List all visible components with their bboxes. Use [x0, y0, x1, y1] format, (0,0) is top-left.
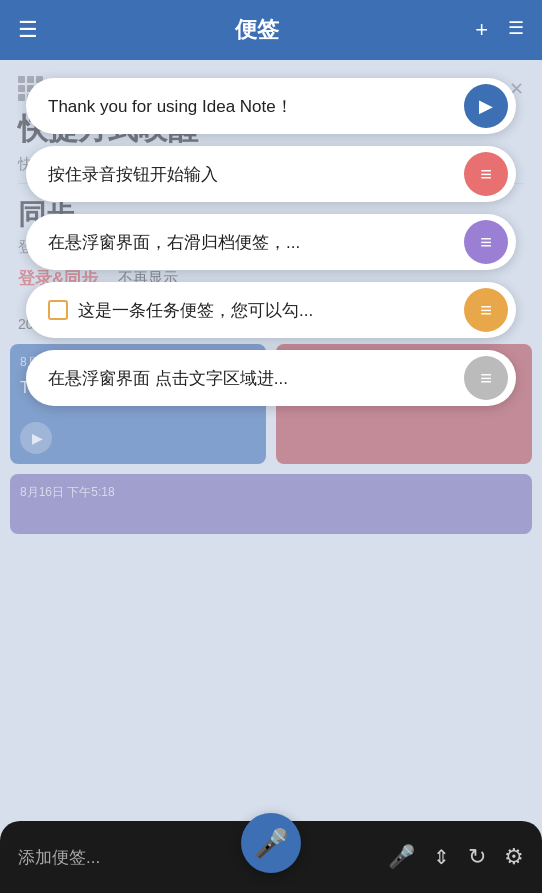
menu-icon: ≡: [480, 164, 492, 184]
refresh-icon[interactable]: ↻: [468, 844, 486, 870]
card-menu-button[interactable]: ≡: [464, 356, 508, 400]
card-text: 按住录音按钮开始输入: [48, 163, 456, 186]
mic-icon: 🎤: [254, 827, 289, 860]
card-text: Thank you for using Idea Note！: [48, 95, 456, 118]
card-menu-button[interactable]: ≡: [464, 152, 508, 196]
floating-mic-button[interactable]: 🎤: [241, 813, 301, 873]
overlay-cards: Thank you for using Idea Note！ ▶ 按住录音按钮开…: [0, 60, 542, 893]
note-card-5[interactable]: 在悬浮窗界面 点击文字区域进... ≡: [26, 350, 516, 406]
play-icon: ▶: [479, 97, 493, 115]
task-checkbox[interactable]: [48, 300, 68, 320]
card-text: 在悬浮窗界面，右滑归档便签，...: [48, 231, 456, 254]
card-play-button[interactable]: ▶: [464, 84, 508, 128]
add-icon[interactable]: +: [475, 17, 488, 43]
note-card-4[interactable]: 这是一条任务便签，您可以勾... ≡: [26, 282, 516, 338]
menu-icon: ≡: [480, 368, 492, 388]
updown-icon[interactable]: ⇕: [433, 845, 450, 869]
settings-icon[interactable]: ⚙: [504, 844, 524, 870]
mic-icon[interactable]: 🎤: [388, 844, 415, 870]
card-text: 在悬浮窗界面 点击文字区域进...: [48, 367, 456, 390]
app-header: ☰ 便签 + ☰: [0, 0, 542, 60]
main-content: 使用建议 ✕ 快捷方式唤醒 快捷方设... 同步 登陆后，可以将您的便签同步到云…: [0, 60, 542, 893]
menu-icon: ≡: [480, 300, 492, 320]
menu-icon[interactable]: ☰: [18, 17, 38, 43]
menu-icon: ≡: [480, 232, 492, 252]
card-text: 这是一条任务便签，您可以勾...: [78, 299, 456, 322]
card-menu-button[interactable]: ≡: [464, 288, 508, 332]
note-card-3[interactable]: 在悬浮窗界面，右滑归档便签，... ≡: [26, 214, 516, 270]
sort-icon[interactable]: ☰: [508, 17, 524, 43]
bottom-icons: 🎤 ⇕ ↻ ⚙: [388, 844, 524, 870]
app-title: 便签: [235, 15, 279, 45]
add-note-label[interactable]: 添加便签...: [18, 846, 388, 869]
note-card-2[interactable]: 按住录音按钮开始输入 ≡: [26, 146, 516, 202]
note-card-1[interactable]: Thank you for using Idea Note！ ▶: [26, 78, 516, 134]
card-menu-button[interactable]: ≡: [464, 220, 508, 264]
